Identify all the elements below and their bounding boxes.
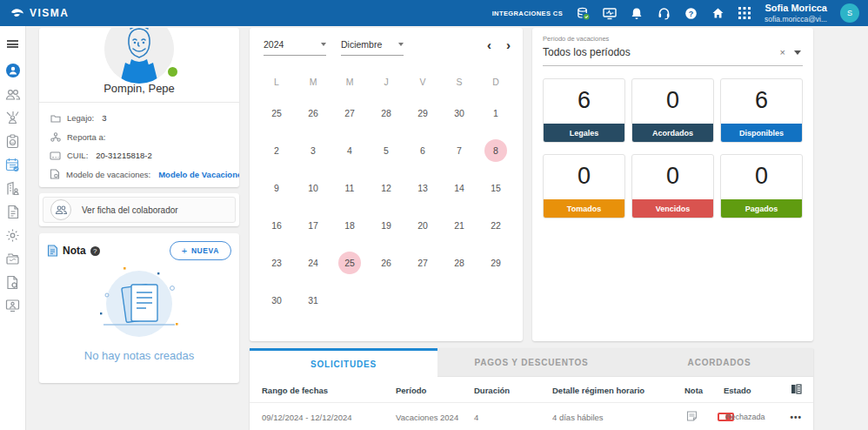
calendar-day[interactable]: 12 (368, 169, 404, 206)
prev-month-button[interactable]: ‹ (487, 39, 491, 51)
year-select[interactable]: 2024 (264, 39, 326, 56)
folders-icon[interactable] (4, 251, 22, 266)
requests-card: SOLICITUDES PAGOS Y DESCUENTOS ACORDADOS… (250, 348, 813, 430)
stat-card-vencidos: 0Vencidos (631, 154, 714, 218)
calendar-day[interactable]: 2 (258, 131, 295, 169)
calendar-day[interactable]: 18 (331, 206, 368, 244)
column-settings-icon[interactable] (791, 384, 802, 396)
documents-icon[interactable] (4, 204, 22, 219)
col-nota: Nota (684, 385, 703, 394)
day-header: M (295, 77, 331, 87)
notifications-bell-icon[interactable] (630, 6, 644, 20)
calendar-day[interactable]: 3 (295, 131, 331, 169)
calendar-day[interactable]: 16 (258, 206, 295, 244)
employee-avatar (104, 28, 174, 84)
calendar-day[interactable]: 15 (477, 169, 514, 206)
calendar-day[interactable]: 11 (331, 169, 368, 206)
stat-label: Vencidos (632, 199, 713, 218)
vacations-calendar-icon[interactable] (4, 157, 22, 172)
calendar-day[interactable]: 10 (295, 169, 331, 206)
calendar-day[interactable]: 26 (368, 244, 404, 281)
calendar-day[interactable]: 26 (295, 94, 331, 131)
calendar-day[interactable]: 6 (404, 131, 441, 169)
period-filter-select[interactable]: Todos los períodos × (543, 43, 803, 66)
calendar-day (441, 281, 477, 319)
field-legajo: Legajo: 3 (50, 109, 234, 128)
calendar-day[interactable]: 30 (441, 94, 477, 131)
calendar-day[interactable]: 17 (295, 206, 331, 244)
view-employee-file-button[interactable]: Ver ficha del colaborador (43, 197, 236, 223)
calendar-day[interactable]: 28 (441, 244, 477, 281)
monitor-activity-icon[interactable] (603, 6, 617, 20)
talent-icon[interactable] (4, 110, 22, 125)
calendar-day[interactable]: 28 (368, 94, 404, 131)
calendar-day[interactable]: 7 (441, 131, 477, 169)
calendar-day[interactable]: 24 (295, 244, 331, 281)
database-status-icon[interactable] (576, 6, 590, 20)
calendar-card: 2024 Diciembre ‹ › LMMJVSD 2526272829301… (250, 28, 523, 341)
chevron-down-icon (321, 43, 326, 46)
calendar-day[interactable]: 1 (477, 94, 514, 131)
calendar-day[interactable]: 4 (331, 131, 368, 169)
help-icon[interactable]: ? (684, 6, 698, 20)
integrations-label: INTEGRACIONES CS (492, 10, 563, 17)
day-header: V (404, 77, 441, 87)
calendar-day[interactable]: 21 (441, 206, 477, 244)
stat-value: 6 (544, 79, 624, 124)
calendar-day[interactable]: 25 (258, 94, 295, 131)
menu-icon[interactable] (4, 36, 22, 51)
table-row[interactable]: 09/12/2024 - 12/12/2024 Vacaciones 2024 … (250, 403, 813, 430)
home-icon[interactable] (711, 6, 724, 20)
calendar-day[interactable]: 8 (477, 131, 514, 169)
day-header: D (477, 77, 514, 87)
user-avatar[interactable]: S (840, 3, 859, 23)
col-duracion: Duración (474, 385, 510, 394)
day-header: S (441, 77, 477, 87)
calendar-day[interactable]: 19 (368, 206, 404, 244)
new-note-button[interactable]: + NUEVA (170, 241, 231, 260)
calendar-day[interactable]: 29 (477, 244, 514, 281)
clear-filter-icon[interactable]: × (780, 47, 794, 57)
document-config-icon[interactable] (4, 274, 22, 290)
calendar-day[interactable]: 27 (331, 94, 368, 131)
next-month-button[interactable]: › (506, 39, 511, 51)
notes-title: Nota (63, 245, 86, 257)
calendar-day[interactable]: 22 (477, 206, 514, 244)
calendar-day[interactable]: 29 (404, 94, 441, 131)
remote-screen-icon[interactable] (4, 298, 22, 313)
visma-logo[interactable]: VISMA (10, 7, 70, 19)
chevron-down-icon[interactable] (794, 50, 801, 55)
user-info[interactable]: Sofia Moricca sofia.moricca@vi... (765, 3, 827, 24)
vacation-model-link[interactable]: Modelo de Vacaciones Calendario (158, 170, 239, 179)
notes-help-icon[interactable]: ? (90, 246, 100, 256)
settings-gear-icon[interactable] (4, 227, 22, 243)
apps-grid-icon[interactable] (738, 6, 751, 20)
tab-acordados[interactable]: ACORDADOS (625, 348, 813, 377)
calendar-day[interactable]: 30 (258, 281, 295, 319)
calendar-day[interactable]: 25 (331, 244, 368, 281)
stat-card-pagados: 0Pagados (720, 154, 803, 218)
calendar-day[interactable]: 31 (295, 281, 331, 319)
brand-text: VISMA (30, 7, 70, 19)
tab-pagos-descuentos[interactable]: PAGOS Y DESCUENTOS (437, 348, 625, 377)
calendar-day[interactable]: 20 (404, 206, 441, 244)
evaluations-clipboard-icon[interactable] (4, 133, 22, 149)
field-reporta: Reporta a: (50, 128, 234, 147)
status-badge[interactable]: Rechazada (718, 413, 734, 421)
team-icon[interactable] (4, 86, 22, 102)
row-menu-button[interactable]: ••• (790, 412, 802, 421)
month-select[interactable]: Diciembre (341, 39, 404, 56)
support-headset-icon[interactable] (657, 6, 671, 20)
calendar-day[interactable]: 13 (404, 169, 441, 206)
calendar-day[interactable]: 5 (368, 131, 404, 169)
col-periodo: Período (396, 385, 426, 394)
calendar-day[interactable]: 14 (441, 169, 477, 206)
employee-profile-icon[interactable] (4, 63, 22, 78)
organization-building-icon[interactable] (4, 180, 22, 196)
calendar-day[interactable]: 23 (258, 244, 295, 281)
row-note-icon[interactable] (686, 410, 698, 423)
tab-solicitudes[interactable]: SOLICITUDES (250, 348, 437, 377)
cell-duration: 4 (474, 412, 478, 421)
calendar-day[interactable]: 9 (258, 169, 295, 206)
calendar-day[interactable]: 27 (404, 244, 441, 281)
